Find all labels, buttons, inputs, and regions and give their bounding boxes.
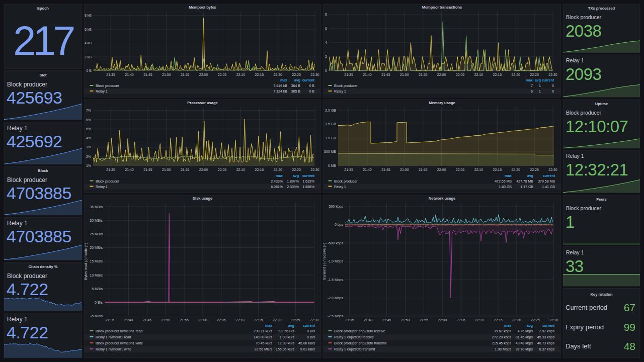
svg-text:22:00: 22:00 [437, 73, 446, 76]
svg-text:0 B: 0 B [309, 89, 314, 93]
svg-text:425693: 425693 [7, 88, 62, 107]
svg-text:7.619 kB: 7.619 kB [273, 84, 287, 87]
svg-text:Expiry period: Expiry period [566, 323, 604, 331]
svg-text:1.60 GB: 1.60 GB [499, 185, 512, 189]
svg-text:992.56 B/s: 992.56 B/s [278, 329, 295, 333]
svg-text:Network usage: Network usage [429, 196, 455, 201]
svg-text:22:00: 22:00 [199, 73, 208, 76]
svg-text:current: current [302, 174, 315, 177]
svg-text:4703885: 4703885 [7, 227, 71, 246]
svg-text:current: current [542, 324, 555, 327]
svg-text:81.45 kbps: 81.45 kbps [516, 335, 533, 339]
svg-text:239.21 kB/s: 239.21 kB/s [254, 329, 272, 333]
svg-text:Block producer enp2s0f0 receiv: Block producer enp2s0f0 receive [334, 329, 385, 333]
svg-text:0 B/s: 0 B/s [95, 301, 103, 304]
svg-text:22:20: 22:20 [512, 318, 521, 322]
svg-text:4.75 kbps: 4.75 kbps [518, 329, 533, 333]
svg-text:379.58 MB: 379.58 MB [538, 179, 555, 183]
svg-text:-5 MB/s: -5 MB/s [91, 314, 103, 318]
svg-text:1.98 Mbps: 1.98 Mbps [495, 347, 511, 351]
svg-text:364 B: 364 B [291, 84, 301, 87]
svg-text:22:25: 22:25 [531, 318, 540, 322]
svg-text:21:50: 21:50 [400, 73, 409, 76]
svg-text:Relay 1: Relay 1 [7, 220, 28, 227]
svg-text:21:50: 21:50 [401, 318, 410, 322]
svg-text:22:05: 22:05 [218, 73, 227, 76]
svg-text:22:05: 22:05 [456, 73, 465, 76]
svg-text:1.897%: 1.897% [287, 179, 299, 183]
svg-text:21:35: 21:35 [106, 318, 115, 322]
svg-text:21:40: 21:40 [364, 318, 373, 322]
svg-text:45.06 kB/s: 45.06 kB/s [298, 341, 315, 345]
svg-text:1.5 GB: 1.5 GB [325, 122, 336, 126]
svg-text:22:30: 22:30 [310, 168, 319, 171]
svg-text:2.97 kbps: 2.97 kbps [539, 329, 555, 333]
svg-text:Relay 1: Relay 1 [566, 153, 584, 159]
svg-text:max: max [276, 174, 283, 177]
svg-text:21:45: 21:45 [381, 73, 390, 76]
svg-text:1: 1 [539, 89, 541, 93]
svg-text:Block producer: Block producer [96, 179, 119, 184]
svg-text:21:35: 21:35 [344, 168, 353, 171]
svg-text:Disk usage: Disk usage [193, 196, 213, 201]
svg-text:22:05: 22:05 [218, 168, 227, 171]
svg-text:33: 33 [566, 257, 584, 276]
svg-text:max: max [526, 78, 533, 82]
svg-text:2.0 GB: 2.0 GB [325, 109, 336, 112]
svg-text:500 MB: 500 MB [324, 150, 336, 153]
svg-text:9.01 kB/s: 9.01 kB/s [300, 347, 315, 351]
svg-text:21:55: 21:55 [181, 168, 190, 171]
svg-text:Uptime: Uptime [595, 102, 608, 106]
svg-text:22:20: 22:20 [273, 168, 282, 171]
svg-text:Relay 1 enp2s0f0 transmit: Relay 1 enp2s0f0 transmit [334, 347, 375, 351]
svg-text:155.06 kB/s: 155.06 kB/s [276, 347, 294, 351]
svg-text:12:10:07: 12:10:07 [566, 117, 628, 136]
svg-text:2.433%: 2.433% [271, 179, 283, 183]
svg-text:99: 99 [624, 321, 635, 333]
svg-text:4: 4 [325, 41, 327, 44]
svg-text:21:40: 21:40 [125, 168, 134, 171]
svg-text:8.37 kbps: 8.37 kbps [539, 347, 555, 351]
svg-text:215.45 kbps: 215.45 kbps [492, 341, 512, 345]
svg-text:5 MB/s: 5 MB/s [92, 287, 103, 291]
svg-text:22:00: 22:00 [198, 318, 207, 322]
svg-text:21:35: 21:35 [345, 318, 354, 322]
svg-text:4%: 4% [86, 136, 91, 140]
svg-text:2093: 2093 [566, 65, 601, 83]
svg-text:365 B: 365 B [291, 89, 301, 93]
svg-text:427.78 MB: 427.78 MB [516, 179, 533, 183]
svg-text:-1.0 Mbps: -1.0 Mbps [328, 259, 344, 263]
svg-text:Peers: Peers [596, 197, 606, 202]
svg-text:-2.0 Mbps: -2.0 Mbps [328, 296, 344, 300]
svg-text:avg: avg [294, 78, 300, 82]
svg-text:avg: avg [288, 324, 294, 328]
svg-text:12:32:21: 12:32:21 [566, 160, 628, 179]
svg-text:32.56 MB/s: 32.56 MB/s [255, 347, 273, 351]
svg-text:22:25: 22:25 [530, 73, 539, 76]
svg-text:4.722: 4.722 [7, 280, 48, 299]
svg-text:2 kB: 2 kB [85, 55, 92, 59]
svg-text:22:25: 22:25 [292, 168, 301, 171]
svg-text:217: 217 [13, 18, 73, 63]
svg-text:2038: 2038 [566, 22, 601, 40]
svg-text:21:55: 21:55 [180, 318, 189, 322]
svg-text:22:05: 22:05 [217, 318, 226, 322]
svg-text:Relay 1: Relay 1 [566, 249, 584, 255]
svg-text:4.722: 4.722 [7, 323, 48, 342]
svg-text:22:20: 22:20 [511, 168, 520, 171]
svg-text:Memory usage: Memory usage [429, 101, 455, 105]
svg-text:21:35: 21:35 [106, 73, 115, 76]
svg-text:0 B: 0 B [86, 69, 92, 72]
svg-text:Key rotation: Key rotation [591, 292, 613, 297]
svg-text:39.67 kbps: 39.67 kbps [494, 329, 512, 333]
svg-text:6 kB: 6 kB [85, 28, 92, 31]
svg-text:Relay 1: Relay 1 [7, 316, 28, 323]
svg-text:Chain density %: Chain density % [29, 264, 58, 269]
svg-text:21:40: 21:40 [125, 73, 134, 76]
svg-text:0 B/s: 0 B/s [307, 329, 315, 333]
svg-text:22:30: 22:30 [548, 168, 557, 171]
svg-text:max: max [280, 78, 287, 82]
svg-text:500 kbps: 500 kbps [329, 205, 344, 209]
svg-text:40.73 kbps: 40.73 kbps [537, 341, 555, 345]
svg-text:22:25: 22:25 [291, 318, 300, 322]
